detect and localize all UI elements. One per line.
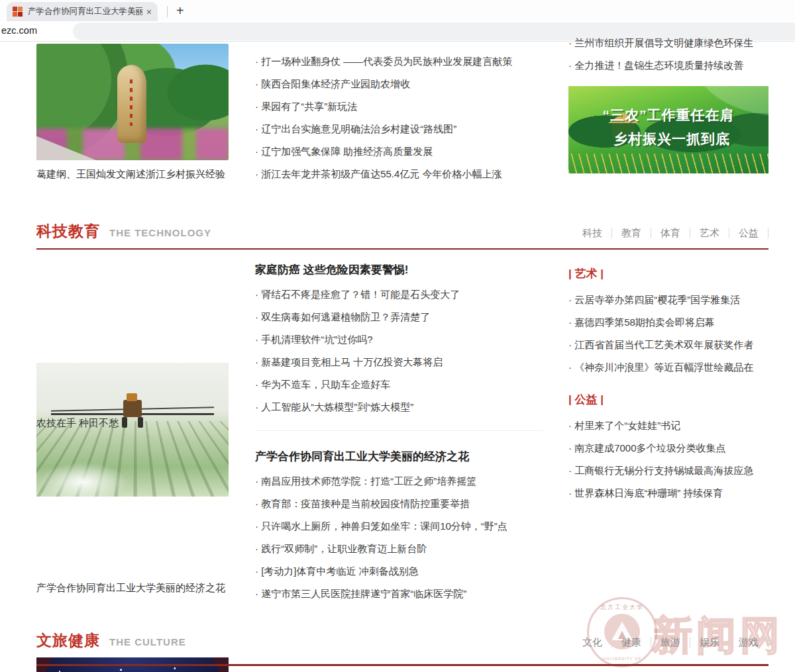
news-item[interactable]: 南昌应用技术师范学院：打造“工匠之师”培养摇篮 (255, 474, 543, 488)
nav-item-lvyou[interactable]: 旅游 (651, 637, 690, 648)
tab-close-icon[interactable]: × (146, 7, 152, 17)
stone-monument-shape (117, 65, 146, 143)
news-item[interactable]: 践行“双师制”，让职业教育迈上新台阶 (255, 542, 543, 555)
image-caption[interactable]: 葛建纲、王国灿发文阐述浙江乡村振兴经验 (36, 166, 229, 182)
charity-column-header[interactable]: 公益 (568, 392, 604, 407)
news-item[interactable]: 华为不造车，只助车企造好车 (255, 377, 543, 391)
nav-item-jiankang[interactable]: 健康 (612, 637, 651, 648)
news-item[interactable]: 云居寺举办第四届“樱花季”国学雅集活 (568, 293, 768, 307)
charity-news-list: 村里来了个“女娃娃”书记 南京建成7000多个垃圾分类收集点 工商银行无锡分行支… (568, 418, 768, 508)
block-headline[interactable]: 产学合作协同育出工业大学美丽的经济之花 (255, 449, 543, 464)
university-seal-watermark: 北方工业大学 UNIVERSITY OF (587, 597, 657, 667)
edu-news-list: 南昌应用技术师范学院：打造“工匠之师”培养摇篮 教育部：疫苗接种是当前校园疫情防… (255, 474, 543, 609)
sannong-banner[interactable]: “三农”工作重任在肩 乡村振兴一抓到底 (568, 86, 768, 173)
nav-item-tiyu[interactable]: 体育 (651, 228, 690, 238)
wheat-shape (568, 154, 768, 173)
image-caption[interactable]: 产学合作协同育出工业大学美丽的经济之花 (36, 579, 229, 596)
news-item[interactable]: 南京建成7000多个垃圾分类收集点 (568, 441, 768, 455)
tech-section-title[interactable]: 科技教育 (36, 221, 100, 242)
news-item[interactable]: 双生病毒如何逃避植物防卫？弄清楚了 (255, 310, 543, 324)
tech-section-subtitle: THE TECHNOLOGY (109, 227, 211, 238)
news-item[interactable]: 果园有了“共享”新玩法 (255, 99, 543, 113)
news-item[interactable]: 辽宁出台实施意见明确法治乡村建设“路线图” (255, 122, 543, 136)
news-item[interactable]: 工商银行无锡分行支持锡城最高海拔应急 (568, 463, 768, 477)
block-headline[interactable]: 家庭防癌 这些危险因素要警惕! (255, 262, 543, 277)
block-divider (255, 430, 543, 431)
nav-item-keji[interactable]: 科技 (573, 228, 612, 238)
news-item[interactable]: 陕西合阳集体经济产业园助农增收 (255, 77, 543, 91)
news-item[interactable]: 新基建项目竞相上马 十万亿投资大幕将启 (255, 355, 543, 369)
culture-section-header: 文旅健康 THE CULTURE (36, 630, 186, 651)
browser-tab[interactable]: 产学合作协同育出工业大学美丽 × (7, 2, 158, 21)
section-rule (36, 664, 768, 666)
news-item[interactable]: 浙江去年龙井茶初级产值达55.4亿元 今年价格小幅上涨 (255, 167, 543, 181)
nav-item-yule[interactable]: 娱乐 (690, 637, 729, 648)
section-rule (36, 248, 768, 250)
culture-section-title[interactable]: 文旅健康 (36, 630, 100, 651)
art-news-list: 云居寺举办第四届“樱花季”国学雅集活 嘉德四季第58期拍卖会即将启幕 江西省首届… (568, 293, 768, 383)
news-item[interactable]: 村里来了个“女娃娃”书记 (568, 418, 768, 432)
nav-item-jiaoyu[interactable]: 教育 (612, 228, 651, 238)
news-item[interactable]: 江西省首届当代工艺美术双年展获奖作者 (568, 338, 768, 352)
seal-arc-text: UNIVERSITY OF (589, 657, 655, 661)
banner-text: “三农”工作重任在肩 乡村振兴一抓到底 (568, 103, 768, 151)
tech-news-list: 肾结石不疼是痊愈了？错！可能是石头变大了 双生病毒如何逃避植物防卫？弄清楚了 手… (255, 287, 543, 422)
new-tab-button[interactable]: + (176, 1, 184, 20)
culture-section-nav: 文化 健康 旅游 娱乐 游戏 (573, 637, 768, 648)
browser-tab-strip: 产学合作协同育出工业大学美丽 × + (0, 0, 795, 21)
news-item[interactable]: 打一场种业翻身仗 ——代表委员为民族种业发展建言献策 (255, 54, 543, 68)
news-item[interactable]: 兰州市组织开展倡导文明健康绿色环保生 (568, 36, 768, 50)
news-item[interactable]: [考动力]体育中考临近 冲刺备战别急 (255, 564, 543, 578)
news-item[interactable]: 世界森林日海底“种珊瑚” 持续保育 (568, 486, 768, 500)
news-item[interactable]: 人工智能从“大炼模型”到“炼大模型” (255, 400, 543, 414)
nav-item-youxi[interactable]: 游戏 (729, 637, 768, 648)
park-thumbnail-image[interactable] (36, 44, 229, 160)
tech-section-nav: 科技 教育 体育 艺术 公益 (573, 228, 768, 238)
site-favicon-icon (13, 7, 23, 17)
news-item[interactable]: 只许喝水上厕所，神兽归笼如坐牢：课间10分钟，“野”点 (255, 519, 543, 533)
banner-line1: “三农”工作重任在肩 (568, 103, 768, 127)
tech-section-header: 科技教育 THE TECHNOLOGY (36, 221, 211, 242)
address-url[interactable]: ezc.com (1, 25, 37, 36)
news-item[interactable]: 全力推进！盘锦生态环境质量持续改善 (568, 58, 768, 72)
culture-section-subtitle: THE CULTURE (109, 636, 186, 648)
seal-text: 北方工业大学 (589, 603, 655, 612)
art-column-header[interactable]: 艺术 (568, 266, 604, 281)
news-item[interactable]: 《神奈川冲浪里》等近百幅浮世绘藏品在 (568, 360, 768, 374)
nav-item-gongyi[interactable]: 公益 (729, 228, 768, 238)
rural-news-list: 打一场种业翻身仗 ——代表委员为民族种业发展建言献策 陕西合阳集体经济产业园助农… (255, 54, 543, 189)
image-caption[interactable]: 农技在手 种田不愁 (36, 414, 229, 431)
rural-right-news-list: 兰州市组织开展倡导文明健康绿色环保生 全力推进！盘锦生态环境质量持续改善 (568, 36, 768, 81)
banner-line2: 乡村振兴一抓到底 (568, 127, 768, 151)
news-item[interactable]: 辽宁加强气象保障 助推经济高质量发展 (255, 144, 543, 158)
news-item[interactable]: 嘉德四季第58期拍卖会即将启幕 (568, 315, 768, 329)
news-item[interactable]: 遂宁市第三人民医院挂牌遂宁首家“临床医学院” (255, 587, 543, 600)
nav-item-wenhua[interactable]: 文化 (573, 637, 612, 648)
news-item[interactable]: 教育部：疫苗接种是当前校园疫情防控重要举措 (255, 497, 543, 510)
nav-item-yishu[interactable]: 艺术 (690, 228, 729, 238)
tab-title: 产学合作协同育出工业大学美丽 (28, 6, 142, 17)
tab-separator (167, 6, 168, 17)
page: 产学合作协同育出工业大学美丽 × + ezc.com 葛建纲、王国灿发文阐述浙江… (0, 0, 795, 672)
news-item[interactable]: 手机清理软件“坑”过你吗? (255, 332, 543, 346)
news-item[interactable]: 肾结石不疼是痊愈了？错！可能是石头变大了 (255, 287, 543, 301)
